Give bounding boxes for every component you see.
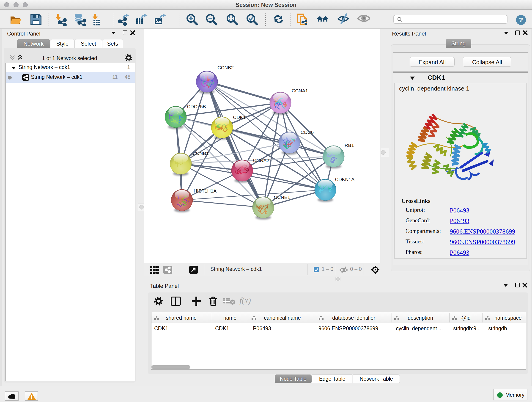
svg-text:CDKN1A: CDKN1A	[335, 177, 355, 182]
svg-text:CCNA1: CCNA1	[292, 88, 308, 93]
svg-text:CDC25B: CDC25B	[187, 104, 206, 109]
svg-text:RB1: RB1	[345, 143, 354, 148]
svg-text:CDK1: CDK1	[233, 115, 246, 120]
svg-text:CDC6: CDC6	[301, 129, 314, 135]
svg-text:CCNE1: CCNE1	[274, 195, 290, 200]
svg-text:CCNA2: CCNA2	[253, 158, 269, 163]
svg-text:CCNB1: CCNB1	[192, 151, 209, 156]
svg-text:HIST1H1A: HIST1H1A	[194, 188, 216, 193]
svg-text:CCNB2: CCNB2	[217, 65, 234, 70]
